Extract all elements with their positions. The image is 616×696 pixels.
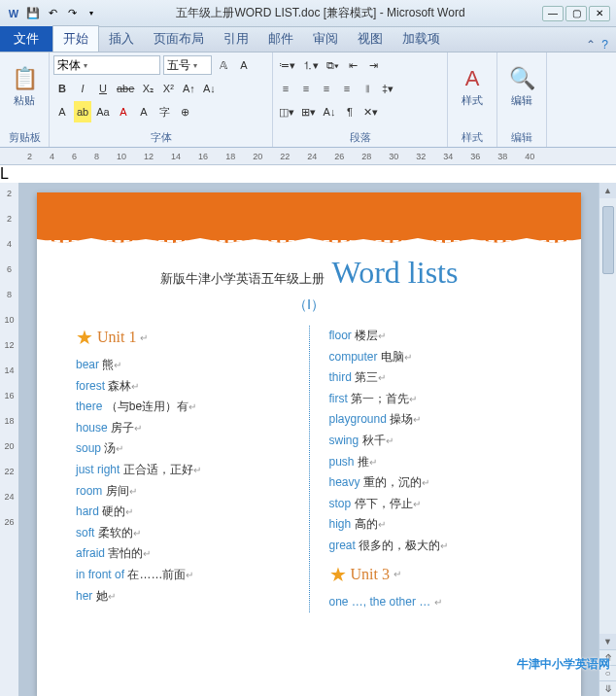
underline-button[interactable]: U [94, 78, 112, 99]
align-right-button[interactable]: ≡ [318, 78, 335, 99]
line-spacing-button[interactable]: ‡▾ [379, 78, 396, 99]
word-entry: first 第一；首先↵ [329, 389, 543, 410]
tab-references[interactable]: 引用 [214, 26, 258, 52]
word-zh: 操场 [390, 412, 413, 426]
qat-dropdown-icon[interactable]: ▾ [84, 6, 99, 21]
italic-button[interactable]: I [74, 78, 91, 99]
shading-button[interactable]: ◫▾ [277, 101, 296, 122]
word-columns: ★ Unit 1 ↵ bear 熊↵forest 森林↵there （与be连用… [76, 326, 542, 612]
vertical-scrollbar[interactable]: ▲ ▼ ⤊ ○ ⤋ [599, 183, 616, 696]
multilevel-button[interactable]: ⧉▾ [324, 54, 341, 76]
word-zh: 重的，沉的 [363, 475, 422, 489]
grow-font-button[interactable]: A↑ [180, 78, 197, 99]
tab-review[interactable]: 审阅 [303, 26, 348, 52]
page-scroll-area[interactable]: 新版牛津小学英语五年级上册 Word lists （Ⅰ） ★ Unit 1 ↵ … [19, 183, 599, 696]
watermark: 牛津中小学英语网 [517, 656, 610, 673]
vertical-ruler[interactable]: 2 2 4 6 8 10 12 14 16 18 20 22 24 26 [0, 183, 19, 696]
ruler-corner[interactable]: L [0, 165, 616, 183]
tab-addins[interactable]: 加载项 [393, 26, 450, 52]
maximize-button[interactable]: ▢ [565, 6, 587, 21]
tab-insert[interactable]: 插入 [99, 26, 144, 52]
change-case-button[interactable]: 𝔸 [215, 54, 232, 76]
word-en: stop [329, 497, 352, 510]
close-button[interactable]: ✕ [589, 6, 610, 21]
tab-home[interactable]: 开始 [52, 25, 99, 52]
scroll-thumb[interactable] [602, 206, 614, 274]
clear-formatting-button[interactable]: A [235, 54, 253, 76]
word-en: floor [329, 329, 352, 342]
horizontal-ruler[interactable]: 2 4 6 8 10 12 14 16 18 20 22 24 26 28 30… [0, 148, 616, 165]
minimize-ribbon-icon[interactable]: ⌃ [586, 38, 596, 52]
word-zh: 电脑 [381, 350, 404, 364]
ribbon-group-clipboard: 📋 粘贴 剪贴板 [0, 52, 50, 147]
word-entry: soft 柔软的↵ [76, 523, 290, 544]
word-zh: 她 [96, 589, 108, 603]
font-name-combo[interactable]: 宋体▾ [53, 55, 160, 75]
word-zh: 正合适，正好 [123, 463, 193, 476]
case-button[interactable]: Aa [94, 101, 112, 122]
word-zh: 很多的，极大的 [359, 539, 440, 552]
scroll-down-icon[interactable]: ▼ [599, 634, 616, 649]
file-tab[interactable]: 文件 [0, 26, 52, 52]
superscript-button[interactable]: X² [159, 78, 177, 99]
redo-icon[interactable]: ↷ [64, 6, 80, 21]
bold-button[interactable]: B [53, 78, 71, 99]
minimize-button[interactable]: — [542, 6, 564, 21]
word-entry: afraid 害怕的↵ [76, 543, 290, 565]
word-en: her [76, 589, 92, 603]
help-icon[interactable]: ? [601, 38, 608, 52]
titlebar: W 💾 ↶ ↷ ▾ 五年级上册WORD LIST.doc [兼容模式] - Mi… [0, 0, 616, 27]
sort-button[interactable]: A↓ [321, 101, 338, 122]
tab-view[interactable]: 视图 [348, 26, 393, 52]
subscript-button[interactable]: X₂ [139, 78, 156, 99]
char-border-button[interactable]: A [135, 101, 153, 122]
bullets-button[interactable]: ≔▾ [277, 54, 297, 76]
decrease-indent-button[interactable]: ⇤ [344, 54, 361, 76]
char-shading-button[interactable]: 字 [155, 101, 173, 122]
word-en: bear [76, 358, 99, 371]
word-zh: 停下，停止 [355, 497, 413, 510]
distributed-button[interactable]: ⫴ [359, 78, 376, 99]
editing-button[interactable]: 🔍 编辑 [501, 54, 542, 119]
word-zh: 房子 [111, 421, 134, 435]
text-effects-button[interactable]: A [53, 101, 71, 122]
word-zh: 在……前面 [127, 568, 186, 581]
undo-icon[interactable]: ↶ [45, 6, 60, 21]
increase-indent-button[interactable]: ⇥ [364, 54, 382, 76]
word-entry: one …, the other … ↵ [329, 592, 543, 613]
borders-button[interactable]: ⊞▾ [299, 101, 318, 122]
phonetic-button[interactable]: ⊕ [176, 101, 193, 122]
word-en: soft [76, 526, 94, 539]
font-size-combo[interactable]: 五号▾ [163, 55, 212, 75]
font-color-button[interactable]: A [115, 101, 132, 122]
scroll-up-icon[interactable]: ▲ [599, 183, 616, 198]
highlight-button[interactable]: ab [74, 101, 91, 122]
word-entry: hard 硬的↵ [76, 502, 290, 523]
save-icon[interactable]: 💾 [25, 6, 41, 21]
styles-label: 样式 [452, 128, 493, 147]
paste-button[interactable]: 📋 粘贴 [4, 54, 45, 119]
document-page[interactable]: 新版牛津小学英语五年级上册 Word lists （Ⅰ） ★ Unit 1 ↵ … [37, 192, 581, 696]
styles-button[interactable]: A 样式 [452, 54, 493, 119]
numbering-button[interactable]: ⒈▾ [300, 54, 321, 76]
word-en: third [329, 370, 352, 384]
show-marks-button[interactable]: ¶ [341, 101, 359, 122]
justify-button[interactable]: ≡ [338, 78, 356, 99]
column-right: floor 楼层↵computer 电脑↵third 第三↵first 第一；首… [329, 326, 543, 612]
word-en: there [76, 400, 102, 413]
word-entry: soup 汤↵ [76, 438, 290, 460]
tab-layout[interactable]: 页面布局 [144, 26, 214, 52]
word-zh: （与be连用）有 [106, 400, 188, 413]
shrink-font-button[interactable]: A↓ [200, 78, 218, 99]
next-page-icon[interactable]: ⤋ [599, 680, 616, 696]
tab-mailings[interactable]: 邮件 [258, 26, 303, 52]
word-en: computer [329, 350, 378, 364]
word-en: great [329, 539, 356, 552]
torn-edge [37, 233, 581, 243]
strikethrough-button[interactable]: abe [115, 78, 136, 99]
asian-layout-button[interactable]: ✕▾ [361, 101, 380, 122]
align-left-button[interactable]: ≡ [277, 78, 294, 99]
word-entry: computer 电脑↵ [329, 347, 543, 368]
word-zh: 第三 [355, 370, 378, 384]
align-center-button[interactable]: ≡ [297, 78, 315, 99]
